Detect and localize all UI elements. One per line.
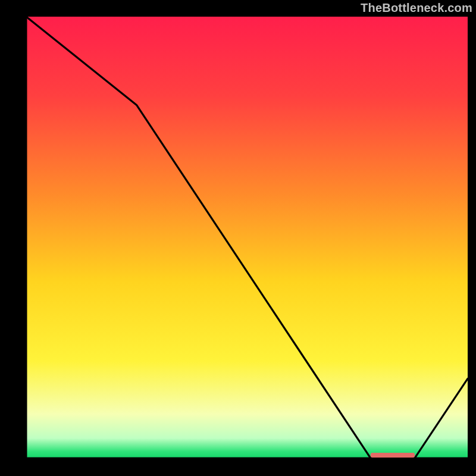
optimal-range-marker — [371, 453, 415, 458]
chart-stage: TheBottleneck.com — [0, 0, 476, 476]
bottleneck-chart — [0, 0, 476, 476]
plot-background — [26, 17, 468, 458]
